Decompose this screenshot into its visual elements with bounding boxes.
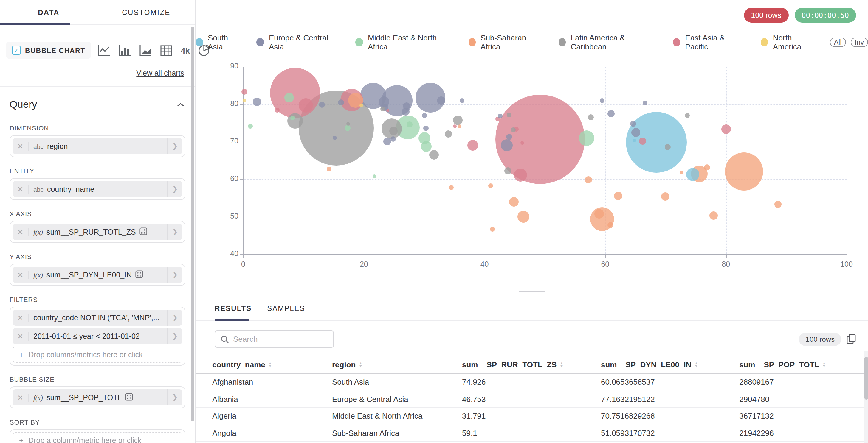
bubble[interactable] xyxy=(253,97,261,106)
remove-icon[interactable]: ✕ xyxy=(12,332,29,340)
table-row[interactable]: AngolaSub-Saharan Africa59.151.059317073… xyxy=(195,425,868,442)
bubble[interactable] xyxy=(389,127,398,135)
sort-icon[interactable]: ▲▼ xyxy=(822,362,826,367)
bubble[interactable] xyxy=(614,192,623,200)
chevron-right-icon[interactable]: ❯ xyxy=(167,310,182,326)
bubble[interactable] xyxy=(458,125,462,128)
table-row[interactable]: AfghanistanSouth Asia74.92660.0653658537… xyxy=(195,374,868,391)
bubble[interactable] xyxy=(520,141,524,145)
sort-icon[interactable]: ▲▼ xyxy=(268,362,272,367)
chevron-right-icon[interactable]: ❯ xyxy=(167,267,182,283)
tab-customize[interactable]: CUSTOMIZE xyxy=(97,0,195,25)
chevron-right-icon[interactable]: ❯ xyxy=(167,389,182,406)
bubble[interactable] xyxy=(327,167,331,171)
bubble[interactable] xyxy=(600,98,604,103)
bubble[interactable] xyxy=(423,126,429,131)
remove-icon[interactable]: ✕ xyxy=(12,185,29,193)
area-chart-icon[interactable] xyxy=(139,44,152,56)
bubble[interactable] xyxy=(287,113,303,128)
selected-chart-type[interactable]: ✓ BUBBLE CHART xyxy=(6,42,91,59)
line-chart-icon[interactable] xyxy=(97,44,110,56)
chevron-right-icon[interactable]: ❯ xyxy=(167,224,182,240)
bubble[interactable] xyxy=(704,164,710,170)
bubble[interactable] xyxy=(422,113,427,118)
bubble-size-field[interactable]: ✕ f(x) sum__SP_POP_TOTL ❯ xyxy=(9,386,185,408)
search-input[interactable] xyxy=(233,335,328,344)
bubble[interactable] xyxy=(608,110,615,117)
bubble[interactable] xyxy=(383,138,392,145)
bubble[interactable] xyxy=(509,197,519,207)
legend-inv-button[interactable]: Inv xyxy=(850,37,868,47)
bubble[interactable] xyxy=(608,223,614,228)
sort-icon[interactable]: ▲▼ xyxy=(694,362,699,367)
legend-item[interactable]: Europe & Central Asia xyxy=(257,33,342,51)
legend-all-button[interactable]: All xyxy=(830,37,846,47)
filters-drop-zone[interactable]: + Drop columns/metrics here or click xyxy=(12,346,182,363)
legend-item[interactable]: Sub-Saharan Africa xyxy=(468,33,546,51)
bubble[interactable] xyxy=(626,112,687,173)
bubble[interactable] xyxy=(498,113,502,118)
column-header[interactable]: sum__SP_RUR_TOTL_ZS▲▼ xyxy=(462,360,601,369)
bubble[interactable] xyxy=(517,211,529,223)
results-search[interactable] xyxy=(215,331,334,348)
bubble[interactable] xyxy=(710,211,718,220)
chevron-right-icon[interactable]: ❯ xyxy=(167,181,182,197)
bubble[interactable] xyxy=(421,141,431,151)
bubble[interactable] xyxy=(774,201,781,208)
table-row[interactable]: AlbaniaEurope & Central Asia46.75377.163… xyxy=(195,391,868,408)
tab-samples[interactable]: SAMPLES xyxy=(267,304,305,320)
chevron-right-icon[interactable]: ❯ xyxy=(167,328,182,344)
tab-results[interactable]: RESULTS xyxy=(215,304,252,320)
bubble[interactable] xyxy=(490,227,495,232)
bubble[interactable] xyxy=(488,184,493,189)
legend-item[interactable]: Middle East & North Africa xyxy=(355,33,455,51)
legend-item[interactable]: Latin America & Caribbean xyxy=(559,33,660,51)
table-row[interactable]: AlgeriaMiddle East & North Africa31.7917… xyxy=(195,408,868,425)
bubble[interactable] xyxy=(338,99,344,105)
bubble[interactable] xyxy=(445,131,452,138)
remove-icon[interactable]: ✕ xyxy=(12,313,29,322)
bubble[interactable] xyxy=(460,98,465,103)
remove-icon[interactable]: ✕ xyxy=(12,271,29,279)
bubble[interactable] xyxy=(721,125,731,134)
copy-icon[interactable] xyxy=(846,334,856,344)
entity-field[interactable]: ✕ abc country_name ❯ xyxy=(9,178,185,200)
legend-item[interactable]: South Asia xyxy=(195,33,244,51)
bubble[interactable] xyxy=(594,209,604,218)
bubble[interactable] xyxy=(685,113,690,118)
bubble[interactable] xyxy=(299,98,313,112)
bubble[interactable] xyxy=(391,136,396,142)
y-axis-field[interactable]: ✕ f(x) sum__SP_DYN_LE00_IN ❯ xyxy=(9,264,185,286)
bubble[interactable] xyxy=(248,124,253,128)
sort-icon[interactable]: ▲▼ xyxy=(359,362,363,367)
remove-icon[interactable]: ✕ xyxy=(12,142,29,150)
view-all-charts-link[interactable]: View all charts xyxy=(136,69,184,77)
bubble[interactable] xyxy=(372,174,376,178)
remove-icon[interactable]: ✕ xyxy=(12,228,29,236)
bubble[interactable] xyxy=(275,108,279,112)
bubble[interactable] xyxy=(585,176,592,183)
bubble[interactable] xyxy=(632,139,636,142)
sidebar-scrollbar[interactable] xyxy=(191,27,194,421)
bubble[interactable] xyxy=(454,115,463,125)
results-scrollbar-thumb[interactable] xyxy=(864,357,868,400)
sort-icon[interactable]: ▲▼ xyxy=(559,362,563,367)
bubble[interactable] xyxy=(242,99,246,102)
bar-chart-icon[interactable] xyxy=(118,44,131,56)
table-chart-icon[interactable] xyxy=(160,44,173,56)
dimension-field[interactable]: ✕ abc region ❯ xyxy=(9,135,185,157)
remove-icon[interactable]: ✕ xyxy=(12,393,29,402)
tab-data[interactable]: DATA xyxy=(0,0,97,25)
bubble[interactable] xyxy=(429,150,439,160)
legend-item[interactable]: East Asia & Pacific xyxy=(673,33,747,51)
collapse-section-icon[interactable] xyxy=(177,102,184,107)
column-header[interactable]: sum__SP_DYN_LE00_IN▲▼ xyxy=(601,360,739,369)
x-axis-field[interactable]: ✕ f(x) sum__SP_RUR_TOTL_ZS ❯ xyxy=(9,221,185,243)
column-header[interactable]: region▲▼ xyxy=(332,360,462,369)
big-number-4k-icon[interactable]: 4k xyxy=(181,45,190,55)
filter-item[interactable]: ✕ country_code NOT IN ('TCA', 'MNP',... … xyxy=(12,310,182,326)
sort-by-drop-zone[interactable]: + Drop a column/metric here or click xyxy=(9,429,185,443)
column-header[interactable]: country_name▲▼ xyxy=(212,360,332,369)
column-header[interactable]: sum__SP_POP_TOTL▲▼ xyxy=(739,360,868,369)
bubble[interactable] xyxy=(241,89,247,95)
